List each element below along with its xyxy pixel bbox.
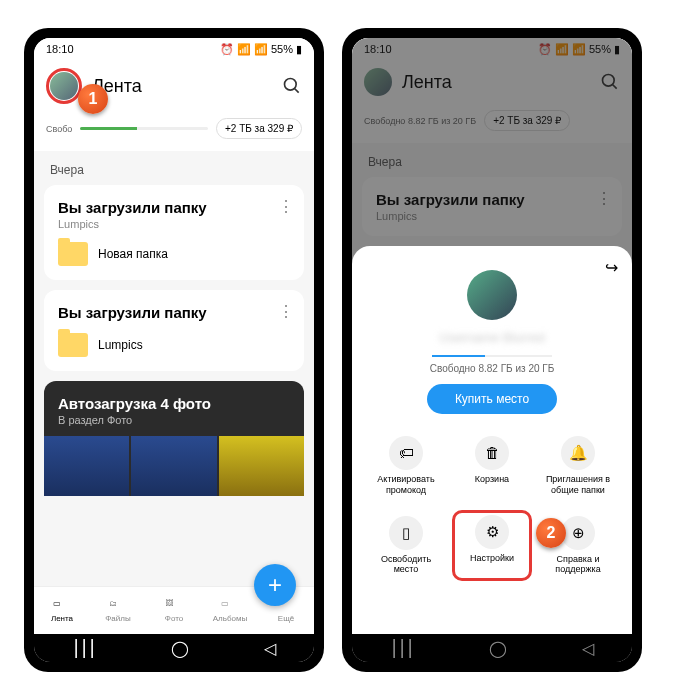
storage-progress: [80, 127, 208, 130]
folder-icon: [58, 242, 88, 266]
time: 18:10: [46, 43, 74, 55]
grid-free-space[interactable]: ▯Освободить место: [366, 510, 446, 582]
screen-left: 18:10 ⏰ 📶 📶 55% ▮ 1 Лента Свобо +2 ТБ за…: [34, 38, 314, 662]
folder-icon: [58, 333, 88, 357]
sheet-avatar[interactable]: [465, 268, 519, 322]
section-label: Вчера: [44, 159, 304, 185]
more-icon[interactable]: ⋮: [278, 302, 294, 321]
statusbar: 18:10 ⏰ 📶 📶 55% ▮: [34, 38, 314, 60]
folder-row[interactable]: Новая папка: [58, 242, 290, 266]
avatar[interactable]: [50, 72, 78, 100]
card-sub: Lumpics: [58, 218, 290, 230]
folder-name: Lumpics: [98, 338, 143, 352]
feed-content: Вчера ⋮ Вы загрузили папку Lumpics Новая…: [34, 151, 314, 586]
promo-button[interactable]: +2 ТБ за 329 ₽: [216, 118, 302, 139]
grid-invites[interactable]: 🔔Приглашения в общие папки: [538, 430, 618, 502]
phone-icon: ▯: [389, 516, 423, 550]
upload-card-1[interactable]: ⋮ Вы загрузили папку Lumpics Новая папка: [44, 185, 304, 280]
svg-line-1: [295, 89, 299, 93]
buy-storage-button[interactable]: Купить место: [427, 384, 557, 414]
grid-trash[interactable]: 🗑Корзина: [452, 430, 532, 502]
bell-icon: 🔔: [561, 436, 595, 470]
grid-promo[interactable]: 🏷Активировать промокод: [366, 430, 446, 502]
photo-thumb[interactable]: [131, 436, 216, 496]
trash-icon: 🗑: [475, 436, 509, 470]
photo-thumb[interactable]: [219, 436, 304, 496]
card-title: Автозагрузка 4 фото: [58, 395, 290, 412]
phone-left: 18:10 ⏰ 📶 📶 55% ▮ 1 Лента Свобо +2 ТБ за…: [24, 28, 324, 672]
exit-icon[interactable]: ↪: [605, 258, 618, 277]
avatar-highlight: [46, 68, 82, 104]
folder-name: Новая папка: [98, 247, 168, 261]
folder-row[interactable]: Lumpics: [58, 333, 290, 357]
account-sheet: ↪ Username Blurred Свободно 8.82 ГБ из 2…: [352, 246, 632, 634]
tag-icon: 🏷: [389, 436, 423, 470]
storage-bar: Свобо +2 ТБ за 329 ₽: [34, 112, 314, 151]
card-title: Вы загрузили папку: [58, 304, 290, 321]
search-icon[interactable]: [282, 76, 302, 96]
recent-icon[interactable]: ⎮⎮⎮: [72, 639, 96, 658]
gear-icon: ⚙: [475, 515, 509, 549]
screen-right: 18:10 ⏰ 📶 📶 55% ▮ Лента Свободно 8.82 ГБ…: [352, 38, 632, 662]
callout-1: 1: [78, 84, 108, 114]
upload-card-2[interactable]: ⋮ Вы загрузили папку Lumpics: [44, 290, 304, 371]
photo-thumb[interactable]: [44, 436, 129, 496]
android-navbar: ⎮⎮⎮ ◯ ◁: [34, 634, 314, 662]
sheet-progress: [432, 355, 552, 357]
sheet-storage-text: Свободно 8.82 ГБ из 20 ГБ: [366, 363, 618, 374]
storage-text: Свобо: [46, 124, 72, 134]
phone-right: 18:10 ⏰ 📶 📶 55% ▮ Лента Свободно 8.82 ГБ…: [342, 28, 642, 672]
sheet-grid: 🏷Активировать промокод 🗑Корзина 🔔Приглаш…: [366, 430, 618, 581]
tab-albums[interactable]: ▭Альбомы: [202, 587, 258, 634]
back-icon[interactable]: ◁: [264, 639, 276, 658]
photo-thumbs: [44, 436, 304, 496]
card-sub: В раздел Фото: [58, 414, 290, 426]
header: 1 Лента: [34, 60, 314, 112]
tab-feed[interactable]: ▭Лента: [34, 587, 90, 634]
autoload-card[interactable]: Автозагрузка 4 фото В раздел Фото: [44, 381, 304, 496]
help-icon: ⊕: [561, 516, 595, 550]
tab-photo[interactable]: 🖼Фото: [146, 587, 202, 634]
sheet-username: Username Blurred: [366, 330, 618, 345]
callout-2: 2: [536, 518, 566, 548]
home-icon[interactable]: ◯: [171, 639, 189, 658]
status-icons: ⏰ 📶 📶 55% ▮: [220, 43, 302, 56]
svg-point-0: [285, 79, 297, 91]
fab-add[interactable]: +: [254, 564, 296, 606]
more-icon[interactable]: ⋮: [278, 197, 294, 216]
tab-files[interactable]: 🗂Файлы: [90, 587, 146, 634]
grid-settings[interactable]: ⚙Настройки: [452, 510, 532, 582]
card-title: Вы загрузили папку: [58, 199, 290, 216]
page-title: Лента: [92, 76, 272, 97]
